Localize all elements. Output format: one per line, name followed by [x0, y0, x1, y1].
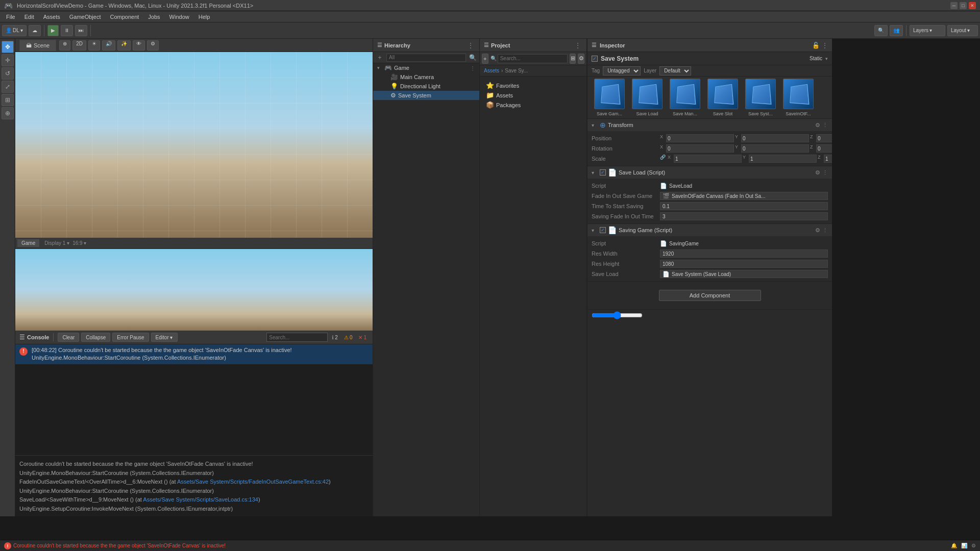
- display-selector[interactable]: Display 1 ▾: [44, 240, 69, 246]
- hierarchy-search-input[interactable]: [386, 54, 466, 62]
- asset-save-syst[interactable]: Save Syst...: [743, 79, 778, 116]
- favorites-folder[interactable]: ⭐ Favorites: [484, 81, 582, 90]
- menu-assets[interactable]: Assets: [39, 13, 64, 21]
- project-search-input[interactable]: [498, 54, 568, 63]
- hierarchy-add-btn[interactable]: +: [375, 53, 384, 62]
- pos-z-input[interactable]: [816, 134, 832, 142]
- close-button[interactable]: ✕: [969, 2, 976, 9]
- rot-z-input[interactable]: [816, 144, 832, 153]
- hierarchy-search-icon[interactable]: 🔍: [468, 53, 477, 62]
- transform-header[interactable]: ▾ ⊕ Transform ⚙ ⋮: [587, 119, 832, 131]
- scene-tab[interactable]: 🏔 Scene: [19, 40, 56, 51]
- move-tool[interactable]: ✛: [2, 54, 14, 66]
- hierarchy-menu-btn[interactable]: ⋮: [466, 41, 475, 50]
- menu-component[interactable]: Component: [106, 13, 143, 21]
- transform-menu-icon[interactable]: ⋮: [822, 122, 828, 129]
- asset-save-gam[interactable]: Save Gam...: [592, 79, 627, 116]
- rect-tool[interactable]: ⊞: [2, 94, 14, 106]
- detail-link-2[interactable]: Assets/Save System/Scripts/SaveLoad.cs:1…: [143, 496, 258, 503]
- menu-file[interactable]: File: [2, 13, 19, 21]
- saving-game-header[interactable]: ▾ ✓ 📄 Saving Game (Script) ⚙ ⋮: [587, 224, 832, 236]
- audio-toggle[interactable]: 🔊: [102, 40, 115, 51]
- tag-selector[interactable]: Untagged: [603, 66, 641, 76]
- save-load-settings-icon[interactable]: ⚙: [815, 169, 820, 176]
- account-btn[interactable]: 👤 DL ▾: [2, 25, 27, 36]
- rot-x-input[interactable]: [666, 144, 734, 153]
- asset-saveinotf[interactable]: SaveInOtF...: [780, 79, 816, 116]
- progress-icon[interactable]: 📊: [961, 543, 967, 548]
- inspector-lock-icon[interactable]: 🔓: [812, 42, 820, 49]
- asset-save-man[interactable]: Save Man...: [667, 79, 703, 116]
- effects-toggle[interactable]: ✨: [117, 40, 131, 51]
- hierarchy-item-main-camera[interactable]: 🎥 Main Camera: [373, 72, 479, 82]
- res-width-input[interactable]: [660, 249, 828, 258]
- scale-tool[interactable]: ⤢: [2, 81, 14, 93]
- assets-folder[interactable]: 📁 Assets: [484, 90, 582, 100]
- select-tool[interactable]: ✥: [2, 41, 14, 53]
- packages-folder[interactable]: 📦 Packages: [484, 100, 582, 110]
- error-pause-button[interactable]: Error Pause: [112, 333, 149, 342]
- saving-game-enabled-checkbox[interactable]: ✓: [600, 227, 606, 233]
- fade-out-time-input[interactable]: [660, 212, 828, 220]
- asset-save-slot[interactable]: Save Slot: [705, 79, 741, 116]
- clear-button[interactable]: Clear: [58, 333, 79, 342]
- active-checkbox[interactable]: ✓: [592, 56, 598, 62]
- maximize-button[interactable]: □: [960, 2, 967, 9]
- scene-viewport[interactable]: [15, 52, 373, 238]
- resolution-selector[interactable]: 16:9 ▾: [72, 240, 86, 246]
- save-load-header[interactable]: ▾ ✓ 📄 Save Load (Script) ⚙ ⋮: [587, 166, 832, 179]
- res-height-input[interactable]: [660, 260, 828, 268]
- pos-x-input[interactable]: [666, 134, 734, 142]
- fade-ref-box[interactable]: 🎬 SaveInOtFade Canvas (Fade In Out Sa...: [660, 192, 828, 200]
- hierarchy-item-save-system[interactable]: ⚙ Save System: [373, 91, 479, 100]
- menu-edit[interactable]: Edit: [20, 13, 38, 21]
- save-load-menu-icon[interactable]: ⋮: [822, 169, 828, 176]
- save-load-ref-box[interactable]: 📄 Save System (Save Load): [660, 270, 828, 278]
- settings-icon[interactable]: ⚙: [971, 543, 976, 548]
- play-button[interactable]: ▶: [47, 25, 59, 36]
- menu-window[interactable]: Window: [165, 13, 193, 21]
- hidden-objects-toggle[interactable]: 👁: [133, 40, 145, 51]
- saving-game-menu-icon[interactable]: ⋮: [822, 227, 828, 234]
- menu-jobs[interactable]: Jobs: [144, 13, 164, 21]
- console-selected-error[interactable]: ! [00:48:22] Coroutine couldn't be start…: [15, 344, 373, 365]
- inspector-zoom-slider[interactable]: [592, 311, 643, 319]
- editor-button[interactable]: Editor ▾: [151, 333, 178, 342]
- gizmos-toggle[interactable]: ⚙: [147, 40, 159, 51]
- static-chevron-icon[interactable]: ▾: [825, 56, 828, 61]
- project-settings-btn[interactable]: ⚙: [578, 54, 584, 64]
- breadcrumb-assets[interactable]: Assets: [484, 68, 499, 73]
- project-view-btn[interactable]: ⊞: [570, 54, 576, 64]
- menu-gameobject[interactable]: GameObject: [65, 13, 105, 21]
- detail-link-1[interactable]: Assets/Save System/Scripts/FadeInOutSave…: [177, 479, 329, 485]
- transform-settings-icon[interactable]: ⚙: [815, 122, 820, 129]
- rotate-tool[interactable]: ↺: [2, 67, 14, 80]
- layers-button[interactable]: Layers ▾: [910, 25, 945, 36]
- minimize-button[interactable]: ─: [950, 2, 958, 9]
- step-button[interactable]: ⏭: [75, 25, 87, 36]
- scale-y-input[interactable]: [749, 155, 817, 163]
- game-tab[interactable]: Game: [17, 239, 39, 247]
- transform-tool[interactable]: ⊕: [2, 107, 14, 119]
- lighting-toggle[interactable]: ☀: [88, 40, 100, 51]
- inspector-menu-icon[interactable]: ⋮: [822, 42, 828, 49]
- 2d-toggle[interactable]: 2D: [72, 40, 86, 51]
- rot-y-input[interactable]: [741, 144, 809, 153]
- hierarchy-item-directional-light[interactable]: 💡 Directional Light: [373, 82, 479, 91]
- asset-save-load[interactable]: Save Load: [629, 79, 665, 116]
- hierarchy-item-game[interactable]: ▾ 🎮 Game ⋮: [373, 63, 479, 72]
- saving-game-settings-icon[interactable]: ⚙: [815, 227, 820, 234]
- hierarchy-item-menu-icon[interactable]: ⋮: [470, 65, 475, 71]
- layout-button[interactable]: Layout ▾: [947, 25, 978, 36]
- add-component-button[interactable]: Add Component: [659, 290, 761, 301]
- layer-selector[interactable]: Default: [659, 66, 691, 76]
- console-search-input[interactable]: [266, 333, 328, 342]
- scale-x-input[interactable]: [674, 155, 742, 163]
- console-messages[interactable]: ! [00:48:22] Coroutine couldn't be start…: [15, 344, 373, 456]
- notification-icon[interactable]: 🔔: [951, 543, 957, 548]
- collapse-button[interactable]: Collapse: [81, 333, 110, 342]
- pos-y-input[interactable]: [741, 134, 809, 142]
- game-viewport[interactable]: [15, 249, 373, 331]
- cloud-btn[interactable]: ☁: [29, 25, 41, 36]
- project-menu-btn[interactable]: ⋮: [573, 41, 582, 50]
